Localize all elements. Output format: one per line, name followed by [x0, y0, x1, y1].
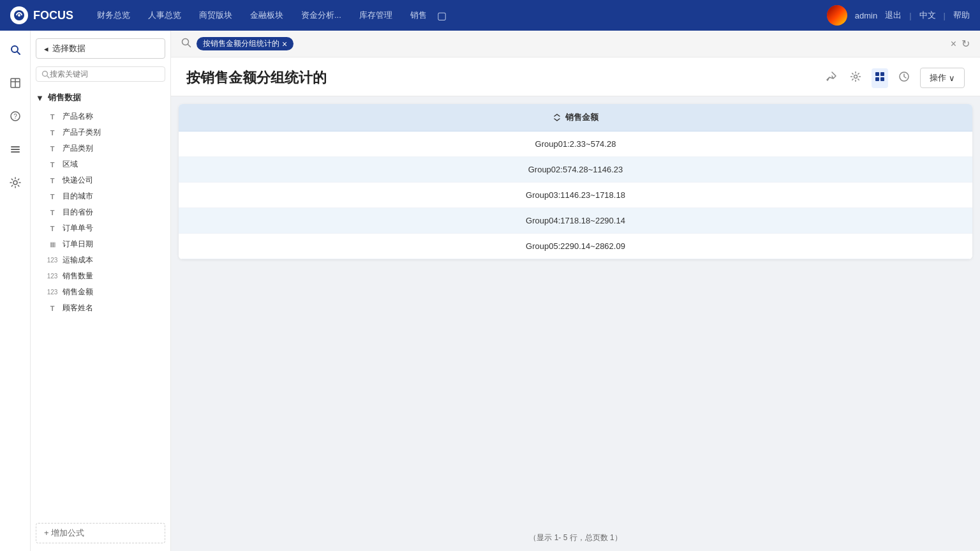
field-label-4: 快递公司: [63, 175, 93, 186]
clock-icon[interactable]: [896, 68, 912, 88]
pin-icon[interactable]: [823, 68, 840, 88]
search-refresh-icon[interactable]: ↻: [961, 38, 970, 50]
sidebar-list-btn[interactable]: [4, 138, 27, 161]
field-label-1: 产品子类别: [63, 127, 101, 138]
field-label-3: 区域: [63, 159, 78, 170]
table-cell-2: Group03:1146.23~1718.18: [179, 183, 972, 208]
field-type-icon-8: ▦: [46, 241, 59, 248]
add-formula-button[interactable]: + 增加公式: [36, 523, 165, 543]
username-label: admin: [855, 11, 877, 20]
pagination-text: （显示 1- 5 行，总页数 1）: [529, 533, 621, 542]
table-cell-4: Group05:2290.14~2862.09: [179, 234, 972, 259]
field-item-5[interactable]: T 目的城市: [36, 188, 165, 204]
table-row: Group02:574.28~1146.23: [179, 157, 972, 183]
search-tag-text: 按销售金额分组统计的: [203, 38, 279, 49]
field-group-collapse-icon: ▼: [36, 93, 44, 103]
field-item-8[interactable]: ▦ 订单日期: [36, 236, 165, 252]
select-data-label: 选择数据: [52, 43, 85, 54]
avatar: [827, 5, 847, 26]
top-nav: FOCUS 财务总览 人事总览 商贸版块 金融板块 资金分析... 库存管理 销…: [0, 0, 980, 31]
field-label-9: 运输成本: [63, 255, 93, 266]
field-type-icon-10: 123: [46, 273, 59, 280]
field-item-3[interactable]: T 区域: [36, 156, 165, 172]
field-item-10[interactable]: 123 销售数量: [36, 268, 165, 284]
field-group-header[interactable]: ▼ 销售数据: [36, 89, 165, 106]
field-search-icon: [41, 70, 50, 79]
field-label-8: 订单日期: [63, 239, 93, 250]
table-row: Group05:2290.14~2862.09: [179, 234, 972, 259]
nav-item-financial[interactable]: 金融板块: [242, 6, 291, 25]
field-type-icon-12: T: [46, 305, 59, 312]
field-item-7[interactable]: T 订单单号: [36, 220, 165, 236]
field-item-11[interactable]: 123 销售金额: [36, 284, 165, 300]
main-content: 按销售金额分组统计的 × × ↻ 按销售金额分组统计的: [171, 31, 980, 551]
nav-item-capital[interactable]: 资金分析...: [293, 6, 349, 25]
field-item-0[interactable]: T 产品名称: [36, 109, 165, 125]
select-data-button[interactable]: ◂ 选择数据: [36, 38, 165, 59]
search-tag-close-icon[interactable]: ×: [282, 40, 287, 49]
add-formula-label: + 增加公式: [44, 527, 84, 539]
field-label-5: 目的城市: [63, 191, 93, 202]
field-type-icon-2: T: [46, 145, 59, 153]
column-header-sales-amount[interactable]: 销售金额: [179, 104, 972, 132]
field-type-icon-6: T: [46, 209, 59, 216]
nav-item-hr[interactable]: 人事总览: [140, 6, 189, 25]
field-type-icon-11: 123: [46, 289, 59, 296]
field-group-name: 销售数据: [48, 92, 81, 103]
sidebar-search-btn[interactable]: [4, 38, 27, 61]
grid-icon[interactable]: [872, 68, 888, 88]
sidebar-help-btn[interactable]: ?: [4, 105, 27, 128]
svg-line-14: [47, 76, 49, 78]
nav-right: admin 退出 | 中文 | 帮助: [827, 5, 970, 26]
field-panel: ◂ 选择数据 ▼ 销售数据 T 产品名称 T 产品子类别 T 产品类别 T: [31, 31, 171, 551]
svg-point-1: [18, 14, 20, 17]
help-button[interactable]: 帮助: [953, 10, 970, 21]
field-item-1[interactable]: T 产品子类别: [36, 125, 165, 140]
field-label-2: 产品类别: [63, 143, 93, 154]
sidebar-table-btn[interactable]: [4, 72, 27, 94]
field-type-icon-1: T: [46, 129, 59, 137]
search-bar: 按销售金额分组统计的 × × ↻: [171, 31, 980, 57]
field-type-icon-9: 123: [46, 257, 59, 264]
field-item-4[interactable]: T 快递公司: [36, 172, 165, 188]
operate-chevron-icon: ∨: [949, 73, 955, 83]
table-row: Group03:1146.23~1718.18: [179, 183, 972, 208]
logo-text: FOCUS: [33, 9, 73, 22]
nav-item-sales[interactable]: 销售: [403, 6, 434, 25]
svg-rect-9: [11, 146, 20, 147]
table-cell-0: Group01:2.33~574.28: [179, 132, 972, 157]
operate-button[interactable]: 操作 ∨: [920, 68, 965, 88]
sidebar-settings-btn[interactable]: [4, 171, 27, 194]
header-actions: 操作 ∨: [823, 68, 965, 88]
svg-rect-19: [880, 72, 884, 76]
svg-point-17: [854, 75, 858, 78]
pagination: （显示 1- 5 行，总页数 1）: [171, 525, 980, 551]
edit-icon[interactable]: ▢: [437, 10, 447, 22]
field-label-0: 产品名称: [63, 111, 93, 122]
search-tag: 按销售金额分组统计的 ×: [197, 37, 293, 50]
field-label-11: 销售金额: [63, 287, 93, 298]
svg-rect-10: [11, 149, 20, 150]
field-search-input[interactable]: [50, 70, 160, 79]
lang-button[interactable]: 中文: [919, 10, 936, 21]
svg-line-16: [188, 45, 191, 47]
field-item-6[interactable]: T 目的省份: [36, 204, 165, 220]
table-cell-3: Group04:1718.18~2290.14: [179, 208, 972, 234]
search-clear-icon[interactable]: ×: [951, 38, 956, 50]
nav-item-commerce[interactable]: 商贸版块: [191, 6, 240, 25]
main-layout: ? ◂ 选择数据: [0, 31, 980, 551]
nav-item-inventory[interactable]: 库存管理: [352, 6, 400, 25]
field-item-2[interactable]: T 产品类别: [36, 140, 165, 156]
logout-button[interactable]: 退出: [885, 10, 902, 21]
svg-rect-21: [880, 77, 884, 81]
table-cell-1: Group02:574.28~1146.23: [179, 157, 972, 183]
field-item-12[interactable]: T 顾客姓名: [36, 300, 165, 316]
field-type-icon-3: T: [46, 161, 59, 169]
sort-icon: [553, 113, 561, 122]
page-title: 按销售金额分组统计的: [186, 68, 823, 87]
field-item-9[interactable]: 123 运输成本: [36, 252, 165, 268]
settings-icon[interactable]: [847, 68, 864, 88]
icon-sidebar: ?: [0, 31, 31, 551]
nav-item-finance[interactable]: 财务总览: [89, 6, 138, 25]
field-search-wrapper: [36, 66, 165, 82]
